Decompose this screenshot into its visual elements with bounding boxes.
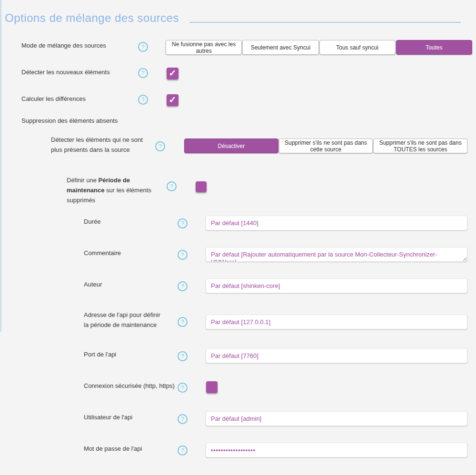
merge-mode-option-no-merge[interactable]: Ne fusionne pas avec les autres (166, 40, 242, 55)
maintenance-period-label: Définir une Période de maintenance sur l… (67, 175, 167, 205)
detect-removed-button-group: Désactiver Supprimer s'ils ne sont pas d… (184, 139, 467, 153)
page-title: Options de mélange des sources (5, 11, 179, 25)
help-icon[interactable]: ? (138, 68, 148, 78)
duration-label: Durée (84, 217, 100, 227)
panel-left-border (0, 0, 1, 332)
comment-textarea[interactable] (206, 247, 467, 262)
help-icon[interactable]: ? (178, 351, 188, 361)
api-port-label: Port de l'api (84, 349, 116, 359)
api-password-label: Mot de passe de l'api (84, 444, 142, 454)
api-password-input[interactable] (206, 443, 467, 457)
help-icon[interactable]: ? (178, 281, 188, 291)
api-address-input[interactable] (206, 315, 467, 329)
help-icon[interactable]: ? (138, 42, 148, 52)
help-icon[interactable]: ? (178, 445, 188, 455)
help-icon[interactable]: ? (167, 181, 177, 191)
maintenance-period-checkbox[interactable] (196, 181, 207, 192)
comment-label: Commentaire (84, 248, 121, 258)
help-icon[interactable]: ? (178, 250, 188, 260)
duration-input[interactable] (206, 216, 467, 230)
detect-new-label: Détecter les nouveaux éléments (21, 67, 110, 77)
help-icon[interactable]: ? (178, 414, 188, 424)
merge-mode-option-all[interactable]: Toutes (396, 40, 472, 55)
help-icon[interactable]: ? (138, 95, 148, 105)
detect-new-checkbox[interactable]: ✓ (167, 68, 178, 79)
merge-mode-option-all-but-syncui[interactable]: Tous sauf syncui (319, 40, 396, 55)
api-user-input[interactable] (206, 411, 467, 426)
absent-elements-section-label: Suppression des éléments absents (21, 116, 118, 126)
merge-mode-option-only-syncui[interactable]: Seulement avec Syncui (242, 40, 318, 55)
merge-mode-button-group: Ne fusionne pas avec les autres Seulemen… (166, 40, 472, 55)
author-label: Auteur (84, 279, 102, 289)
api-address-label: Adresse de l'api pour définir la période… (84, 310, 165, 330)
api-port-input[interactable] (206, 348, 467, 363)
compute-diff-checkbox[interactable]: ✓ (167, 94, 178, 106)
source-merge-options-page: Options de mélange des sources Mode de m… (0, 0, 476, 475)
title-underline (189, 22, 461, 23)
detect-removed-option-disable[interactable]: Désactiver (184, 139, 278, 153)
help-icon[interactable]: ? (155, 141, 165, 151)
api-user-label: Utilisateur de l'api (84, 412, 132, 422)
detect-removed-label: Détecter les éléments qui ne sont plus p… (51, 135, 153, 155)
compute-diff-label: Calculer les différences (21, 94, 86, 104)
detect-removed-option-remove-all-sources[interactable]: Supprimer s'ils ne sont pas dans TOUTES … (373, 139, 467, 153)
help-icon[interactable]: ? (178, 317, 188, 327)
help-icon[interactable]: ? (178, 383, 188, 393)
merge-mode-label: Mode de mélange des sources (21, 40, 106, 50)
help-icon[interactable]: ? (178, 218, 188, 228)
detect-removed-option-remove-this-source[interactable]: Supprimer s'ils ne sont pas dans cette s… (279, 139, 373, 153)
check-icon: ✓ (169, 95, 177, 104)
secure-connection-checkbox[interactable] (206, 381, 218, 393)
secure-connection-label: Connexion sécurisée (http, https) (84, 381, 175, 391)
check-icon: ✓ (169, 69, 177, 78)
author-input[interactable] (206, 278, 467, 293)
